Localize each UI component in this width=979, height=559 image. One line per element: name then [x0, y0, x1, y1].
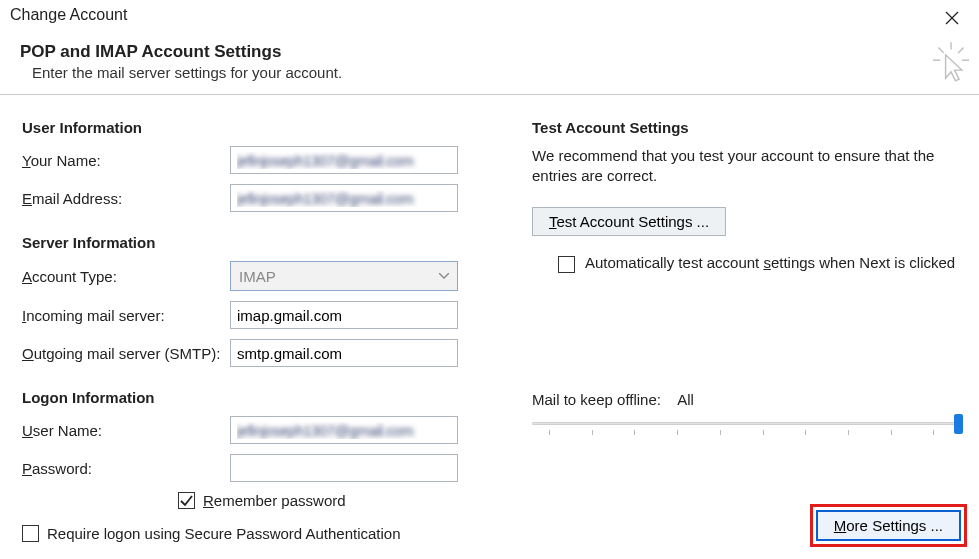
outgoing-server-label: Outgoing mail server (SMTP):: [22, 345, 230, 362]
incoming-server-label: Incoming mail server:: [22, 307, 230, 324]
account-type-select: IMAP: [230, 261, 458, 291]
logon-info-heading: Logon Information: [22, 389, 462, 406]
chevron-down-icon: [431, 262, 457, 290]
your-name-input[interactable]: [230, 146, 458, 174]
mail-keep-value: All: [677, 391, 694, 408]
outgoing-server-input[interactable]: [230, 339, 458, 367]
incoming-server-input[interactable]: [230, 301, 458, 329]
check-icon: [180, 494, 193, 507]
mail-keep-label: Mail to keep offline:: [532, 391, 661, 408]
cursor-click-icon: [933, 42, 969, 82]
password-label: Password:: [22, 460, 230, 477]
svg-line-4: [958, 48, 963, 53]
password-input[interactable]: [230, 454, 458, 482]
username-input[interactable]: [230, 416, 458, 444]
spa-checkbox[interactable]: [22, 525, 39, 542]
page-subtitle: Enter the mail server settings for your …: [20, 64, 342, 81]
email-label: Email Address:: [22, 190, 230, 207]
account-type-label: Account Type:: [22, 268, 230, 285]
server-info-heading: Server Information: [22, 234, 462, 251]
remember-password-label: Remember password: [203, 492, 346, 509]
email-input[interactable]: [230, 184, 458, 212]
svg-line-3: [938, 48, 943, 53]
auto-test-checkbox[interactable]: [558, 256, 575, 273]
test-account-settings-button[interactable]: Test Account Settings ...: [532, 207, 726, 236]
more-settings-button[interactable]: More Settings ...: [816, 510, 961, 541]
close-button[interactable]: [935, 6, 969, 30]
user-info-heading: User Information: [22, 119, 462, 136]
slider-thumb[interactable]: [954, 414, 963, 434]
username-label: User Name:: [22, 422, 230, 439]
account-type-value: IMAP: [239, 268, 276, 285]
mail-keep-slider[interactable]: [532, 414, 959, 444]
spa-label: Require logon using Secure Password Auth…: [47, 525, 401, 542]
test-settings-desc: We recommend that you test your account …: [532, 146, 959, 187]
close-icon: [945, 11, 959, 25]
slider-track: [532, 422, 957, 425]
auto-test-label: Automatically test account settings when…: [585, 254, 955, 271]
your-name-label: Your Name:: [22, 152, 230, 169]
window-title: Change Account: [10, 6, 127, 24]
more-settings-highlight: More Settings ...: [810, 504, 967, 547]
page-title: POP and IMAP Account Settings: [20, 42, 342, 62]
remember-password-checkbox[interactable]: [178, 492, 195, 509]
test-settings-heading: Test Account Settings: [532, 119, 959, 136]
